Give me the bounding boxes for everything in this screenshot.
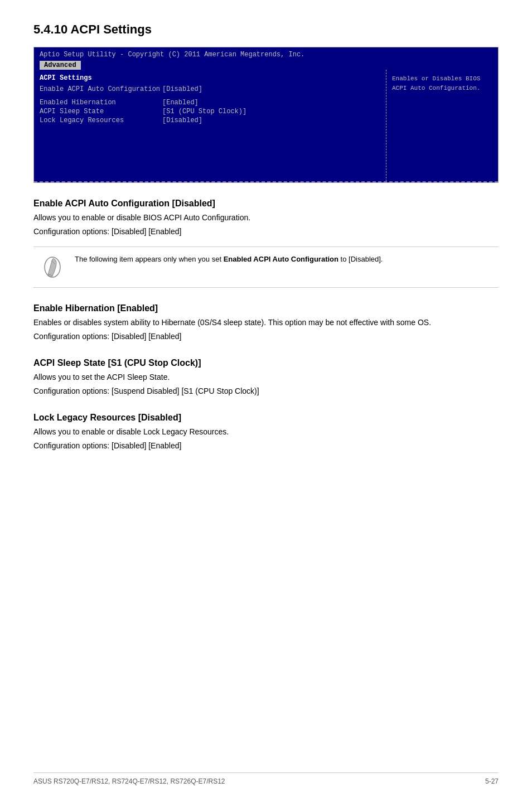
- note-text-before: The following item appears only when you…: [75, 255, 224, 263]
- page-title: 5.4.10 ACPI Settings: [33, 22, 499, 37]
- config-sleep-state: Configuration options: [Suspend Disabled…: [33, 385, 499, 397]
- bios-tab-bar: Advanced: [34, 61, 498, 70]
- note-box: The following item appears only when you…: [33, 247, 499, 288]
- bios-tab-advanced[interactable]: Advanced: [40, 61, 81, 70]
- footer-right: 5-27: [485, 777, 499, 785]
- bios-content-area: ACPI Settings Enable ACPI Auto Configura…: [34, 70, 498, 181]
- section-enable-acpi: Enable ACPI Auto Configuration [Disabled…: [33, 199, 499, 238]
- body-enable-acpi: Allows you to enable or disable BIOS ACP…: [33, 212, 499, 224]
- bios-row-value-hibernation: [Enabled]: [162, 99, 199, 107]
- config-hibernation: Configuration options: [Disabled] [Enabl…: [33, 331, 499, 342]
- note-text-after: to [Disabled].: [338, 255, 383, 263]
- bios-row-sleep-state[interactable]: ACPI Sleep State [S1 (CPU Stop Clock)]: [40, 108, 380, 115]
- bios-main-panel: ACPI Settings Enable ACPI Auto Configura…: [34, 70, 386, 181]
- heading-lock-legacy: Lock Legacy Resources [Disabled]: [33, 413, 499, 423]
- bios-header-line: Aptio Setup Utility - Copyright (C) 2011…: [34, 47, 498, 61]
- bios-row-label-sleep: ACPI Sleep State: [40, 108, 162, 115]
- body-hibernation: Enables or disables system ability to Hi…: [33, 317, 499, 328]
- bios-row-label-lock: Lock Legacy Resources: [40, 117, 162, 124]
- note-pencil-icon: [41, 255, 64, 279]
- note-text-body: The following item appears only when you…: [75, 254, 383, 265]
- bios-row-value-sleep: [S1 (CPU Stop Clock)]: [162, 108, 246, 115]
- heading-hibernation: Enable Hibernation [Enabled]: [33, 303, 499, 313]
- bios-row-value-lock: [Disabled]: [162, 117, 202, 124]
- bios-row-hibernation[interactable]: Enabled Hibernation [Enabled]: [40, 99, 380, 107]
- bios-section-title: ACPI Settings: [40, 74, 380, 82]
- section-hibernation: Enable Hibernation [Enabled] Enables or …: [33, 303, 499, 342]
- page-footer: ASUS RS720Q-E7/RS12, RS724Q-E7/RS12, RS7…: [33, 772, 499, 785]
- bios-row-label-acpi: Enable ACPI Auto Configuration: [40, 85, 162, 93]
- body-lock-legacy: Allows you to enable or disable Lock Leg…: [33, 426, 499, 438]
- note-bold-text: Enabled ACPI Auto Configuration: [224, 255, 338, 263]
- section-sleep-state: ACPI Sleep State [S1 (CPU Stop Clock)] A…: [33, 358, 499, 397]
- bios-sidebar: Enables or Disables BIOS ACPI Auto Confi…: [386, 70, 498, 181]
- bios-sidebar-text: Enables or Disables BIOS ACPI Auto Confi…: [392, 75, 480, 91]
- body-sleep-state: Allows you to set the ACPI Sleep State.: [33, 371, 499, 383]
- bios-row-label-hibernation: Enabled Hibernation: [40, 99, 162, 107]
- bios-row-enable-acpi[interactable]: Enable ACPI Auto Configuration [Disabled…: [40, 85, 380, 93]
- bios-bottom-dashed: [34, 181, 498, 182]
- footer-left: ASUS RS720Q-E7/RS12, RS724Q-E7/RS12, RS7…: [33, 777, 225, 785]
- section-lock-legacy: Lock Legacy Resources [Disabled] Allows …: [33, 413, 499, 452]
- heading-enable-acpi: Enable ACPI Auto Configuration [Disabled…: [33, 199, 499, 209]
- bios-group: Enabled Hibernation [Enabled] ACPI Sleep…: [40, 99, 380, 124]
- bios-row-lock-legacy[interactable]: Lock Legacy Resources [Disabled]: [40, 117, 380, 124]
- config-enable-acpi: Configuration options: [Disabled] [Enabl…: [33, 226, 499, 238]
- bios-terminal: Aptio Setup Utility - Copyright (C) 2011…: [33, 47, 499, 183]
- note-icon: [39, 254, 66, 281]
- heading-sleep-state: ACPI Sleep State [S1 (CPU Stop Clock)]: [33, 358, 499, 368]
- bios-row-value-acpi: [Disabled]: [162, 85, 202, 93]
- config-lock-legacy: Configuration options: [Disabled] [Enabl…: [33, 440, 499, 452]
